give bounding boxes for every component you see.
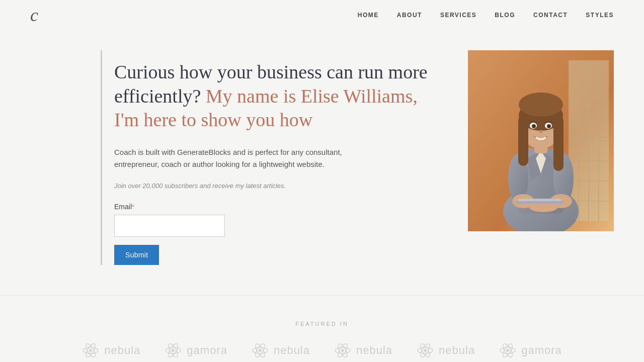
brand-name-6: gamora [521,344,562,357]
hero-image [468,50,614,231]
featured-label: FEATURED IN [30,321,614,327]
atom-icon-4 [334,342,351,359]
brand-logo-nebula-1: nebula [82,342,140,359]
hero-description: Coach is built with GenerateBlocks and i… [114,146,346,171]
svg-point-43 [259,349,262,352]
svg-rect-27 [518,116,528,166]
nav-about[interactable]: ABOUT [397,12,422,19]
svg-rect-28 [553,116,564,171]
brand-logo-gamora-1: gamora [165,342,227,359]
atom-icon-2 [165,342,182,359]
nav-services[interactable]: SERVICES [440,12,476,19]
svg-point-33 [547,124,551,128]
featured-section: FEATURED IN nebula gamora [0,295,644,362]
site-header: c HOME ABOUT SERVICES BLOG CONTACT STYLE… [0,0,644,30]
svg-point-39 [172,349,175,352]
submit-button[interactable]: Submit [114,245,159,265]
hero-subscribe-text: Join over 20,000 subscribers and receive… [114,182,315,190]
atom-icon-6 [499,342,516,359]
hero-heading: Curious how your business can run more e… [114,60,438,132]
brand-logo-nebula-2: nebula [252,342,310,359]
nav-contact[interactable]: CONTACT [533,12,568,19]
hero-section: Curious how your business can run more e… [0,30,644,295]
atom-icon-3 [252,342,269,359]
nav-blog[interactable]: BLOG [495,12,515,19]
hero-image-area [468,50,614,231]
email-label: Email* [114,203,438,211]
email-required-marker: * [132,203,134,211]
site-logo[interactable]: c [30,5,38,26]
nav-styles[interactable]: STYLES [586,12,614,19]
svg-point-34 [539,130,543,133]
brand-name-2: gamora [187,344,227,357]
brand-logo-nebula-4: nebula [417,342,475,359]
atom-icon-5 [417,342,434,359]
svg-point-55 [506,349,509,352]
email-input[interactable] [114,215,225,237]
nav-home[interactable]: HOME [358,12,379,19]
svg-point-35 [89,349,92,352]
brand-name-1: nebula [104,344,140,357]
featured-logos: nebula gamora nebula [30,342,614,359]
main-nav: HOME ABOUT SERVICES BLOG CONTACT STYLES [358,12,614,19]
svg-point-47 [341,349,344,352]
hero-portrait-svg [468,50,614,231]
brand-logo-gamora-2: gamora [499,342,562,359]
hero-content: Curious how your business can run more e… [101,50,438,265]
brand-name-4: nebula [356,344,392,357]
brand-name-3: nebula [274,344,310,357]
svg-rect-23 [516,201,564,204]
brand-name-5: nebula [439,344,475,357]
svg-point-51 [424,349,427,352]
brand-logo-nebula-3: nebula [334,342,392,359]
atom-icon-1 [82,342,99,359]
svg-point-32 [532,124,536,128]
svg-point-29 [519,93,563,117]
